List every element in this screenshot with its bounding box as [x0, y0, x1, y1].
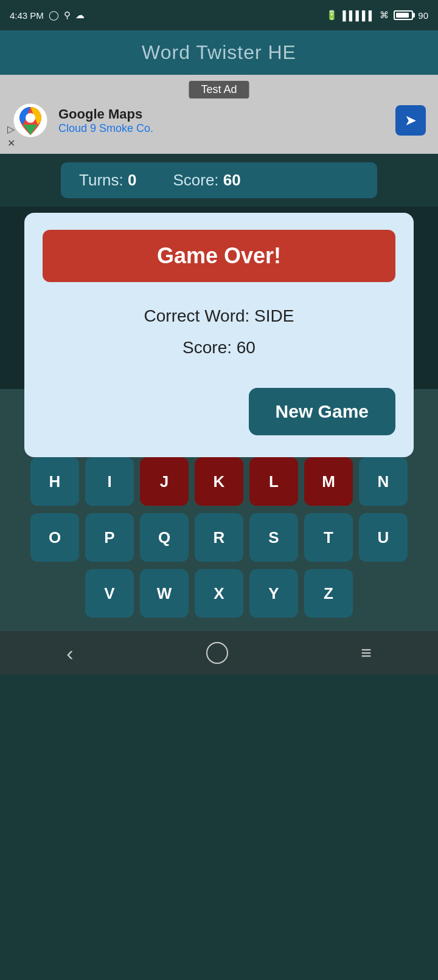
key-i[interactable]: I [85, 457, 134, 506]
key-s[interactable]: S [249, 513, 298, 562]
key-z[interactable]: Z [304, 569, 353, 618]
status-left: 4:43 PM ◯ ⚲ ☁ [10, 10, 85, 21]
usb-icon: ⚲ [64, 10, 71, 21]
vibrate-icon: 🔋 [326, 10, 338, 21]
key-l[interactable]: L [249, 457, 298, 506]
keyboard-row: HIJKLMN [6, 457, 432, 506]
app-header: Word Twister HE [0, 30, 438, 75]
key-t[interactable]: T [304, 513, 353, 562]
keyboard-row: VWXYZ [6, 569, 432, 618]
key-j[interactable]: J [140, 457, 189, 506]
back-button[interactable]: ‹ [66, 641, 73, 665]
cloud-icon: ☁ [75, 10, 85, 21]
new-game-button[interactable]: New Game [249, 388, 395, 435]
key-y[interactable]: Y [249, 569, 298, 618]
score-bar: Turns: 0 Score: 60 [61, 162, 377, 198]
menu-button[interactable]: ≡ [361, 643, 372, 663]
key-n[interactable]: N [359, 457, 408, 506]
key-q[interactable]: Q [140, 513, 189, 562]
key-u[interactable]: U [359, 513, 408, 562]
battery-percent: 90 [418, 10, 428, 21]
status-right: 🔋 ▌▌▌▌▌ ⌘ 90 [326, 10, 428, 21]
bottom-nav: ‹ ≡ [0, 631, 438, 675]
key-x[interactable]: X [195, 569, 243, 618]
key-k[interactable]: K [195, 457, 243, 506]
dialog-overlay: Game Over! Correct Word: SIDE Score: 60 … [0, 207, 438, 389]
game-over-dialog: Game Over! Correct Word: SIDE Score: 60 … [24, 213, 414, 457]
signal-icon: ▌▌▌▌▌ [342, 10, 375, 21]
ad-subtitle: Cloud 9 Smoke Co. [58, 122, 153, 135]
key-o[interactable]: O [30, 513, 79, 562]
ad-text-area: Google Maps Cloud 9 Smoke Co. [58, 106, 153, 135]
keyboard-row: OPQRSTU [6, 513, 432, 562]
key-v[interactable]: V [85, 569, 134, 618]
whatsapp-icon: ◯ [49, 10, 59, 21]
home-button[interactable] [206, 642, 228, 664]
ad-logo-area: Google Maps Cloud 9 Smoke Co. [12, 102, 153, 139]
score-display: Score: 60 [173, 171, 240, 190]
ad-play-icon: ▷ [7, 123, 15, 136]
svg-point-1 [26, 113, 35, 123]
ad-arrow-icon[interactable]: ➤ [395, 105, 426, 136]
turns-display: Turns: 0 [79, 171, 136, 190]
key-p[interactable]: P [85, 513, 134, 562]
app-title: Word Twister HE [142, 41, 296, 63]
time-display: 4:43 PM [10, 10, 44, 21]
key-r[interactable]: R [195, 513, 243, 562]
status-bar: 4:43 PM ◯ ⚲ ☁ 🔋 ▌▌▌▌▌ ⌘ 90 [0, 0, 438, 30]
google-maps-logo [12, 102, 49, 139]
ad-label: Test Ad [189, 81, 249, 98]
ad-footer: ▷ ✕ [7, 123, 15, 150]
key-h[interactable]: H [30, 457, 79, 506]
ad-close-icon: ✕ [7, 137, 15, 150]
game-over-title: Game Over! [43, 230, 395, 282]
ad-banner: Test Ad Google Maps Cloud 9 Smoke Co. ➤ … [0, 75, 438, 154]
game-area: Game Over! Correct Word: SIDE Score: 60 … [0, 207, 438, 389]
key-w[interactable]: W [140, 569, 189, 618]
final-score-display: Score: 60 [43, 338, 395, 357]
ad-company-name: Google Maps [58, 106, 153, 122]
battery-icon [394, 10, 413, 20]
key-m[interactable]: M [304, 457, 353, 506]
wifi-icon: ⌘ [380, 10, 389, 21]
correct-word-display: Correct Word: SIDE [43, 306, 395, 326]
